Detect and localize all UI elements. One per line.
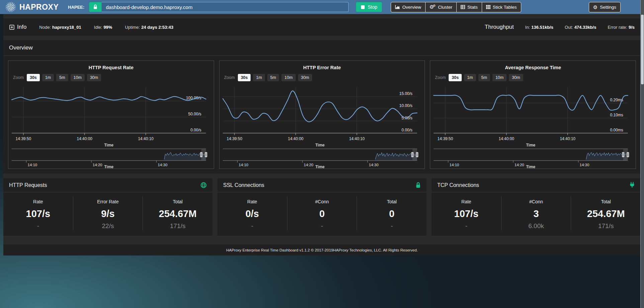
chart-title: Average Response Time	[430, 65, 636, 70]
nav-stick-tables-button[interactable]: Stick Tables	[482, 2, 521, 12]
navbar-button-group: Overview ⚙⚙ Cluster Stats Stick Tables	[391, 2, 521, 12]
table-icon	[461, 5, 465, 9]
card-title: SSL Connections	[223, 182, 264, 188]
svg-text:14:30: 14:30	[158, 163, 168, 167]
average-response-time-navigator[interactable]: 14:1014:2014:30Time	[430, 148, 636, 169]
http-request-rate-navigator[interactable]: 14:1014:2014:30Time	[8, 148, 214, 169]
svg-text:0.00/s: 0.00/s	[401, 128, 412, 132]
scrollbar-thumb[interactable]	[641, 15, 644, 84]
zoom-1m-button[interactable]: 1m	[42, 74, 54, 81]
settings-button[interactable]: ⚙ Settings	[589, 2, 621, 12]
http-error-rate-navigator[interactable]: 14:1014:2014:30Time	[219, 148, 425, 169]
svg-text:14:39:50: 14:39:50	[226, 136, 242, 141]
chart-title: HTTP Request Rate	[8, 65, 214, 70]
svg-text:Time: Time	[526, 165, 536, 169]
url-input[interactable]	[102, 2, 349, 12]
zoom-30m-button[interactable]: 30m	[87, 74, 101, 81]
svg-text:50.00/s: 50.00/s	[188, 112, 201, 116]
haproxy-logo: HAPROXY	[5, 1, 59, 13]
svg-text:14:30: 14:30	[580, 163, 589, 167]
svg-text:0.00/s: 0.00/s	[190, 128, 201, 132]
stat-col-total: Total 0 -	[357, 196, 427, 230]
stat-col-conn: #Conn 3 6.00k	[501, 196, 571, 230]
chart-title: HTTP Error Rate	[219, 65, 425, 70]
lock-icon	[416, 182, 421, 188]
svg-text:15.00/s: 15.00/s	[399, 91, 412, 96]
stat-col-rate: Rate 107/s -	[432, 196, 501, 230]
zoom-30s-button[interactable]: 30s	[238, 74, 251, 81]
top-navbar: HAPROXY HAPEE: Stop Overview ⚙⚙ Cluster	[0, 0, 644, 14]
stop-icon	[361, 5, 365, 9]
grid-icon	[486, 5, 490, 9]
nav-cluster-label: Cluster	[438, 5, 452, 10]
idle-info: Idle:99%	[94, 25, 112, 30]
chart-panel-http-request-rate: HTTP Request Rate Zoom 30s 1m 5m 10m 30m…	[8, 61, 214, 169]
section-title: Overview	[3, 40, 641, 56]
hapee-label: HAPEE:	[68, 5, 84, 10]
lock-icon	[93, 4, 98, 10]
area-chart-icon	[395, 5, 400, 9]
uptime-info: Uptime:24 days 2:53:43	[125, 25, 173, 30]
svg-text:Time: Time	[315, 165, 325, 169]
node-info: Node:haproxy18_01	[39, 25, 81, 30]
zoom-10m-button[interactable]: 10m	[281, 74, 295, 81]
svg-text:14:39:50: 14:39:50	[438, 136, 453, 141]
stat-cards-row: HTTP Requests Rate 107/s - Error Rate 9/…	[3, 178, 641, 236]
zoom-5m-button[interactable]: 5m	[267, 74, 279, 81]
lock-button[interactable]	[89, 2, 102, 12]
vertical-scrollbar[interactable]	[640, 0, 644, 308]
svg-text:14:39:50: 14:39:50	[16, 136, 31, 141]
svg-text:14:40:10: 14:40:10	[560, 136, 576, 141]
svg-text:14:10: 14:10	[28, 163, 37, 167]
average-response-time-chart: 0.20ms0.10ms0.00ms14:39:5014:40:0014:40:…	[430, 83, 636, 148]
nav-cluster-button[interactable]: ⚙⚙ Cluster	[425, 2, 457, 12]
svg-text:Time: Time	[104, 165, 114, 169]
svg-text:10.00/s: 10.00/s	[399, 103, 412, 108]
url-group	[89, 2, 349, 12]
nav-overview-label: Overview	[402, 5, 421, 10]
svg-text:14:10: 14:10	[450, 163, 459, 167]
zoom-5m-button[interactable]: 5m	[56, 74, 68, 81]
http-error-rate-chart: 15.00/s10.00/s5.00/s0.00/s14:39:5014:40:…	[219, 83, 425, 148]
zoom-label: Zoom	[435, 75, 446, 80]
throughput-in: In:136.51kb/s	[525, 25, 553, 30]
svg-text:14:20: 14:20	[304, 163, 313, 167]
stat-col-total: Total 254.67M 171/s	[143, 196, 212, 230]
zoom-5m-button[interactable]: 5m	[478, 74, 490, 81]
zoom-30s-button[interactable]: 30s	[27, 74, 40, 81]
stat-col-total: Total 254.67M 171/s	[571, 196, 641, 230]
zoom-1m-button[interactable]: 1m	[253, 74, 265, 81]
zoom-selector: Zoom 30s 1m 5m 10m 30m	[224, 74, 425, 82]
zoom-10m-button[interactable]: 10m	[492, 74, 507, 81]
zoom-30s-button[interactable]: 30s	[449, 74, 462, 81]
svg-text:14:20: 14:20	[515, 163, 524, 167]
info-label: Info	[17, 24, 26, 30]
globe-icon	[200, 182, 207, 188]
nav-overview-button[interactable]: Overview	[391, 2, 425, 12]
overview-section: Overview HTTP Request Rate Zoom 30s 1m 5…	[3, 40, 641, 174]
svg-text:100.00/s: 100.00/s	[186, 96, 201, 100]
plus-square-icon	[9, 25, 14, 30]
stat-col-conn: #Conn 0 -	[287, 196, 357, 230]
svg-text:0.00ms: 0.00ms	[610, 128, 623, 132]
zoom-30m-button[interactable]: 30m	[509, 74, 523, 81]
nav-stats-label: Stats	[467, 5, 478, 10]
svg-text:14:10: 14:10	[239, 163, 248, 167]
plug-icon	[629, 182, 635, 188]
zoom-30m-button[interactable]: 30m	[298, 74, 312, 81]
zoom-1m-button[interactable]: 1m	[464, 74, 476, 81]
svg-text:0.10ms: 0.10ms	[610, 113, 623, 117]
page-footer: HAProxy Enterprise Real Time Dashboard v…	[3, 244, 641, 255]
nav-stick-tables-label: Stick Tables	[493, 5, 517, 10]
page-body: Info Node:haproxy18_01 Idle:99% Uptime:2…	[3, 14, 641, 255]
zoom-10m-button[interactable]: 10m	[71, 74, 85, 81]
svg-text:Time: Time	[526, 143, 536, 147]
gears-icon: ⚙⚙	[430, 4, 436, 10]
svg-text:14:40:10: 14:40:10	[138, 136, 154, 141]
throughput-error-rate: Error rate:9/s	[608, 25, 635, 30]
chart-panel-http-error-rate: HTTP Error Rate Zoom 30s 1m 5m 10m 30m 1…	[219, 61, 425, 169]
tcp-connections-card: TCP Connections Rate 107/s -	[432, 178, 641, 236]
stop-button[interactable]: Stop	[356, 2, 382, 12]
nav-stats-button[interactable]: Stats	[456, 2, 482, 12]
info-toggle[interactable]: Info	[9, 24, 26, 30]
